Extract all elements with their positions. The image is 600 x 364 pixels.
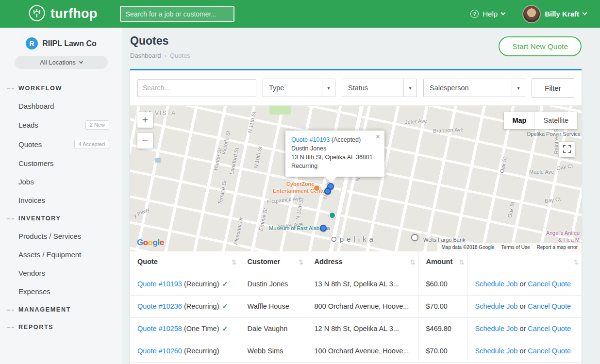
map-copyright: Map data ©2018 Google xyxy=(441,245,494,250)
sort-icon[interactable]: ⇅ xyxy=(299,259,304,266)
status-select[interactable]: Status ▾ xyxy=(342,79,417,97)
turfhop-logo[interactable]: turfhop xyxy=(28,4,98,24)
sidebar-item-products-services[interactable]: Products / Services xyxy=(0,227,122,246)
zoom-in-button[interactable]: + xyxy=(137,112,153,128)
sidebar-item-quotes[interactable]: Quotes 4 Accepted xyxy=(0,135,122,154)
action-separator: or xyxy=(519,325,526,332)
sidebar-item-label: Assets / Equipment xyxy=(18,250,81,259)
map-canvas[interactable]: TA VISTA Jeter Ave Brannon Ave Opelika P… xyxy=(130,106,582,251)
customer-cell: Dale Vaughn xyxy=(240,317,307,340)
cancel-quote-link[interactable]: Cancel Quote xyxy=(528,347,571,355)
museum-poi-icon xyxy=(329,212,336,219)
bank-poi-icon xyxy=(411,234,418,241)
company-selector[interactable]: R RIIPL Lawn Co xyxy=(0,37,122,50)
sidebar-item-leads[interactable]: Leads 2 New xyxy=(0,116,122,135)
locations-label: All Locations xyxy=(40,59,76,66)
action-separator: or xyxy=(519,280,526,288)
locations-dropdown[interactable]: All Locations xyxy=(15,56,108,69)
close-icon[interactable]: × xyxy=(376,133,380,141)
map-marker-quote[interactable] xyxy=(324,188,331,195)
section-label: MANAGEMENT xyxy=(18,306,71,313)
schedule-job-link[interactable]: Schedule Job xyxy=(475,347,518,355)
table-row: Quote #10193 (Recurring)✓ Dustin Jones 1… xyxy=(130,273,582,295)
start-new-quote-button[interactable]: Start New Quote xyxy=(499,36,582,56)
customer-cell: Dustin Jones xyxy=(240,273,307,295)
sidebar-section-management[interactable]: MANAGEMENT xyxy=(0,301,122,318)
sort-icon[interactable]: ⇅ xyxy=(573,259,579,266)
schedule-job-link[interactable]: Schedule Job xyxy=(475,280,518,288)
sidebar-item-customers[interactable]: Customers xyxy=(0,154,122,173)
type-select[interactable]: Type ▾ xyxy=(263,79,335,97)
user-menu[interactable]: Billy Kraft xyxy=(522,5,586,23)
sidebar-item-dashboard[interactable]: Dashboard xyxy=(0,97,122,116)
help-icon: ? xyxy=(470,10,479,18)
column-header-amount[interactable]: ⇅Amount xyxy=(418,251,467,273)
filter-button[interactable]: Filter xyxy=(532,78,574,98)
salesperson-select-value: Salesperson xyxy=(430,84,469,92)
sidebar-item-invoices[interactable]: Invoices xyxy=(0,191,122,210)
map-type-map-button[interactable]: Map xyxy=(504,112,534,129)
global-search-input[interactable] xyxy=(120,6,234,22)
amount-cell: $70.00 xyxy=(418,340,467,362)
breadcrumb-separator: › xyxy=(165,52,167,59)
cancel-quote-link[interactable]: Cancel Quote xyxy=(528,280,571,288)
quote-link[interactable]: Quote #10258 xyxy=(137,325,182,332)
sidebar: R RIIPL Lawn Co All Locations WORKFLOW D… xyxy=(0,28,122,364)
sort-icon[interactable]: ⇅ xyxy=(410,259,416,266)
salesperson-select[interactable]: Salesperson ▾ xyxy=(423,79,525,97)
map-label: Angel's Antiqu xyxy=(546,230,580,236)
map-marker-quote[interactable] xyxy=(320,225,327,232)
report-map-error-link[interactable]: Report a map error xyxy=(537,245,578,250)
map-label: Jeter Ave xyxy=(405,118,427,125)
schedule-job-link[interactable]: Schedule Job xyxy=(475,302,518,310)
quotes-badge: 4 Accepted xyxy=(74,140,109,149)
amount-cell: $60.00 xyxy=(418,273,467,295)
quote-link[interactable]: Quote #10193 xyxy=(137,280,182,288)
breadcrumb: Dashboard › Quotes xyxy=(130,52,190,59)
turfhop-logo-icon xyxy=(28,4,46,24)
user-name: Billy Kraft xyxy=(545,10,579,18)
column-header-address[interactable]: ⇅Address xyxy=(307,251,418,273)
infowindow-quote-link[interactable]: Quote #10193 xyxy=(291,136,330,143)
sort-icon[interactable]: ⇅ xyxy=(459,259,465,266)
cancel-quote-link[interactable]: Cancel Quote xyxy=(528,325,571,332)
sidebar-section-reports[interactable]: REPORTS xyxy=(0,318,122,336)
fullscreen-button[interactable] xyxy=(559,142,575,157)
quote-link[interactable]: Quote #10260 xyxy=(137,347,182,355)
sort-icon[interactable]: ⇅ xyxy=(232,259,237,266)
filter-bar: Type ▾ Status ▾ Salesperson ▾ xyxy=(130,70,582,106)
column-header-quote[interactable]: ⇅Quote xyxy=(130,251,240,273)
sidebar-item-label: Customers xyxy=(18,159,54,167)
schedule-job-link[interactable]: Schedule Job xyxy=(475,325,518,332)
sidebar-item-vendors[interactable]: Vendors xyxy=(0,264,122,282)
cancel-quote-link[interactable]: Cancel Quote xyxy=(528,302,571,310)
sidebar-item-jobs[interactable]: Jobs xyxy=(0,173,122,191)
google-logo[interactable]: Google xyxy=(137,238,164,248)
column-header-actions[interactable]: ⇅ xyxy=(467,251,582,273)
sidebar-item-expenses[interactable]: Expenses xyxy=(0,282,122,301)
action-separator: or xyxy=(519,347,526,355)
quotes-search-input[interactable] xyxy=(137,79,256,97)
zoom-out-button[interactable]: − xyxy=(137,133,153,149)
status-select-value: Status xyxy=(348,84,368,92)
page-title: Quotes xyxy=(130,34,190,48)
chevron-down-icon: ▾ xyxy=(403,79,417,97)
company-name: RIIPL Lawn Co xyxy=(42,39,97,48)
map-type-satellite-button[interactable]: Satellite xyxy=(534,112,577,129)
help-menu[interactable]: ? Help xyxy=(470,10,505,18)
quote-type: (One Time) xyxy=(184,325,219,332)
address-cell: 800 Orchard Avenue, Hoove... xyxy=(307,295,418,317)
sidebar-item-assets-equipment[interactable]: Assets / Equipment xyxy=(0,246,122,264)
chevron-down-icon xyxy=(583,11,587,16)
map-attribution: Map data ©2018 Google Terms of Use Repor… xyxy=(437,243,582,251)
terms-of-use-link[interactable]: Terms of Use xyxy=(501,245,530,250)
map-water-patch xyxy=(155,158,161,163)
sidebar-section-workflow: WORKFLOW xyxy=(0,80,122,97)
sidebar-section-inventory: INVENTORY xyxy=(0,210,122,227)
address-cell: 12 N 8th St, Opelika AL 3... xyxy=(307,317,418,340)
breadcrumb-dashboard[interactable]: Dashboard xyxy=(130,52,161,59)
sidebar-item-label: Products / Services xyxy=(18,232,81,240)
column-header-customer[interactable]: ⇅Customer xyxy=(240,251,307,273)
quote-link[interactable]: Quote #10236 xyxy=(137,302,182,310)
address-cell: 100 Orchard Avenue, Hoove... xyxy=(307,340,418,362)
